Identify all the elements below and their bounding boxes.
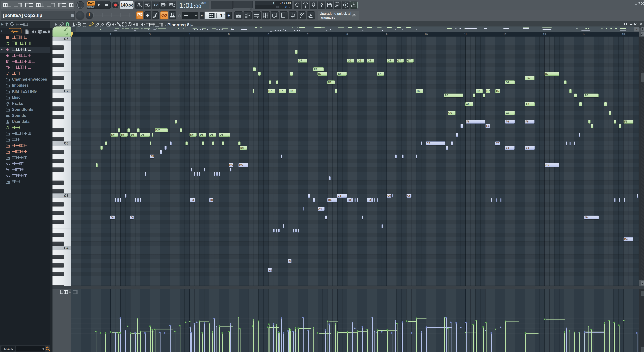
svg-text:?: ?: [320, 2, 323, 8]
svg-text:3.2.: 3.2.: [153, 3, 159, 7]
svg-text:i: i: [345, 3, 346, 7]
